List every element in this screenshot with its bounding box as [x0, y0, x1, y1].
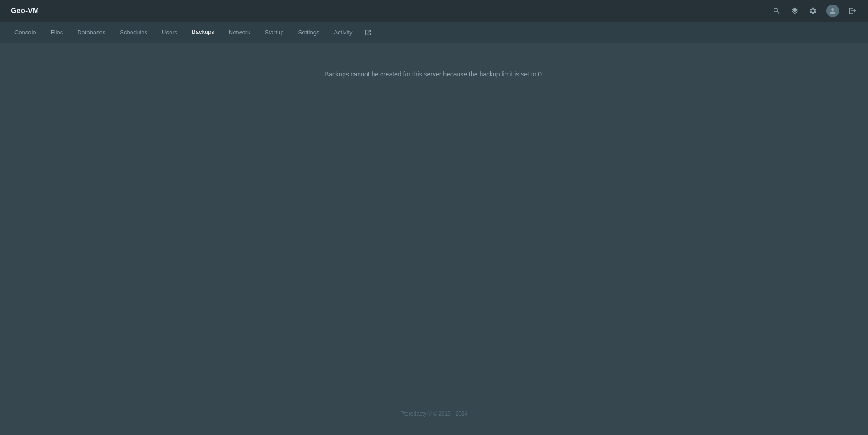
tab-backups[interactable]: Backups [184, 22, 222, 43]
tab-settings[interactable]: Settings [291, 22, 326, 43]
nav-bar: Console Files Databases Schedules Users … [0, 22, 868, 43]
app-title: Geo-VM [11, 7, 39, 15]
layers-icon[interactable] [790, 6, 799, 15]
footer-text: Pterodactyl® © 2015 - 2024 [401, 411, 467, 417]
tab-console[interactable]: Console [7, 22, 43, 43]
tab-startup[interactable]: Startup [258, 22, 291, 43]
tab-users[interactable]: Users [155, 22, 184, 43]
main-content: Backups cannot be created for this serve… [0, 43, 868, 435]
tab-schedules[interactable]: Schedules [113, 22, 155, 43]
external-link[interactable] [360, 22, 376, 43]
logout-svg [849, 7, 857, 15]
logout-icon[interactable] [848, 6, 857, 15]
search-svg [773, 7, 781, 15]
tab-databases[interactable]: Databases [70, 22, 113, 43]
external-link-icon [364, 29, 372, 36]
gear-icon[interactable] [808, 6, 817, 15]
tab-activity[interactable]: Activity [326, 22, 359, 43]
avatar[interactable] [826, 5, 839, 17]
avatar-svg [829, 7, 837, 15]
footer: Pterodactyl® © 2015 - 2024 [0, 411, 868, 417]
header-icons [772, 5, 857, 17]
layers-svg [791, 7, 799, 15]
tab-files[interactable]: Files [43, 22, 70, 43]
search-icon[interactable] [772, 6, 781, 15]
backup-limit-message: Backups cannot be created for this serve… [325, 71, 543, 78]
tab-network[interactable]: Network [222, 22, 258, 43]
gear-svg [809, 7, 817, 15]
header: Geo-VM [0, 0, 868, 22]
